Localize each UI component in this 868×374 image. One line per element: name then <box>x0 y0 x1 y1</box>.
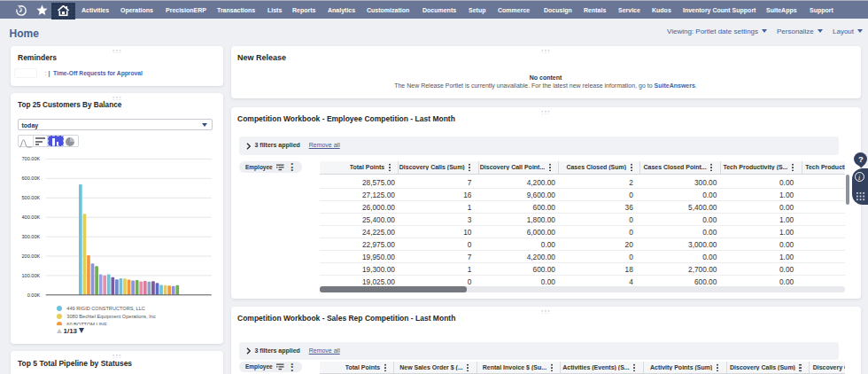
svg-text:0.00K: 0.00K <box>27 292 40 298</box>
svg-text:300.00K: 300.00K <box>21 234 40 239</box>
svg-text:100.00K: 100.00K <box>21 273 40 278</box>
svg-text:200.00K: 200.00K <box>21 253 40 259</box>
svg-text:400.00K: 400.00K <box>21 214 40 220</box>
svg-text:500.00K: 500.00K <box>21 195 40 200</box>
svg-text:600.00K: 600.00K <box>21 175 40 181</box>
svg-text:700.00K: 700.00K <box>21 156 40 161</box>
